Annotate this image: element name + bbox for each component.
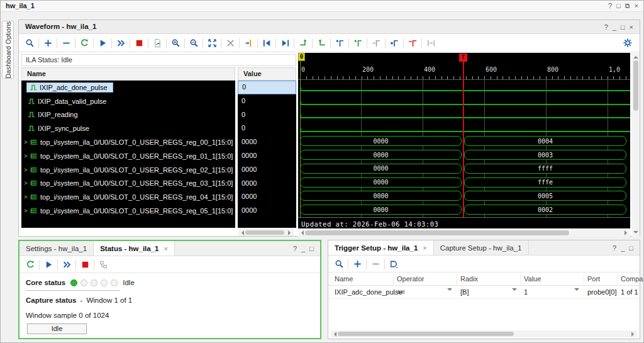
scrollbar-thumb[interactable] [633,60,638,111]
no-trigger-icon[interactable] [225,38,235,48]
name-column-header[interactable]: Name [21,67,235,81]
chevron-down-icon[interactable] [512,288,517,293]
scrollbar-thumb[interactable] [305,230,569,235]
gear-icon[interactable] [623,38,633,48]
return-cursor-icon[interactable] [298,38,308,48]
scroll-right-icon[interactable] [288,230,293,235]
help-icon[interactable]: ? [293,245,297,253]
remove-icon[interactable] [61,38,71,48]
maximize-icon[interactable]: □ [309,245,314,253]
trigger-condition-icon[interactable] [389,259,399,269]
stop-trigger-icon[interactable] [80,260,90,270]
signal-row[interactable]: >top_i/system_ila_0/U0/SLOT_0_USER_REGS_… [21,135,235,149]
run-trigger-icon[interactable] [43,260,53,270]
dot-edge-icon[interactable] [389,38,399,48]
dashboard-options-tab[interactable]: Dashboard Options [2,21,14,79]
signal-value[interactable]: 0000 [238,190,296,204]
expand-icon[interactable]: > [23,180,29,186]
scroll-right-icon[interactable] [625,230,630,235]
signal-value[interactable]: 0000 [238,149,296,163]
export-icon[interactable] [152,38,162,48]
restart-trigger-icon[interactable] [79,38,89,48]
expand-icon[interactable]: > [23,194,29,200]
next-transition-icon[interactable] [280,38,290,48]
value-select[interactable]: 1 [524,288,528,296]
run-trigger-icon[interactable] [97,38,108,48]
chevron-down-icon[interactable] [574,288,579,293]
signal-row[interactable]: >top_i/system_ila_0/U0/SLOT_0_USER_REGS_… [21,190,235,204]
tab-status-hw-ila-1[interactable]: Status - hw_ila_1× [94,241,175,256]
zoom-in-icon[interactable] [170,38,180,48]
window-titlebar[interactable]: hw_ila_1 ?□⧉× [1,1,643,12]
help-icon[interactable]: ? [604,23,608,31]
swap-markers-icon[interactable] [426,38,436,48]
add-icon[interactable] [352,259,362,269]
zoom-out-icon[interactable] [189,38,199,48]
remove-edge-red-icon[interactable] [408,38,418,48]
signal-value[interactable]: 0 [238,94,296,108]
signal-value[interactable]: 0 [238,108,296,122]
remove-gray-icon[interactable] [370,259,380,269]
scroll-up-icon[interactable] [633,53,638,59]
scroll-down-icon[interactable] [633,231,638,236]
marker-0-flag[interactable]: 0 [298,53,305,61]
expand-icon[interactable]: > [23,208,29,214]
signal-row[interactable]: IXIP_reading [21,108,235,122]
signal-row[interactable]: >top_i/system_ila_0/U0/SLOT_0_USER_REGS_… [21,204,235,218]
tree-horizontal-scrollbar[interactable] [238,229,294,236]
add-icon[interactable] [43,38,53,48]
search-icon[interactable] [25,38,35,48]
tab-trigger-setup-hw-ila-1[interactable]: Trigger Setup - hw_ila_1× [328,240,434,255]
operator-select[interactable]: == [397,288,405,296]
float-icon[interactable]: ⧉ [625,2,630,10]
waveform-horizontal-scrollbar[interactable] [298,229,630,237]
signal-value[interactable]: 0 [238,121,296,135]
expand-icon[interactable]: > [23,153,29,159]
add-edge-green-icon[interactable] [353,38,363,48]
signal-value[interactable]: 0000 [238,204,296,218]
idle-button[interactable]: Idle [27,323,87,334]
expand-icon[interactable]: > [23,167,29,173]
trigger-horizontal-scrollbar[interactable] [331,330,637,337]
help-icon[interactable]: ? [613,244,616,252]
trigger-flag[interactable]: T [459,53,467,62]
minimize-icon[interactable]: _ [621,244,625,252]
close-icon[interactable]: × [630,23,633,31]
run-continuous-icon[interactable] [116,38,126,48]
add-edge-blue-icon[interactable] [335,38,345,48]
prev-transition-icon[interactable] [262,38,272,48]
scroll-left-icon[interactable] [299,230,304,235]
maximize-icon[interactable]: □ [621,23,625,31]
column-header-radix[interactable]: Radix [460,275,478,283]
help-icon[interactable]: ? [608,2,612,10]
minimize-icon[interactable]: _ [613,23,616,31]
restart-trigger-icon[interactable] [25,260,35,270]
column-header-compa[interactable]: Compa [621,275,643,283]
signal-row[interactable]: IXIP_data_valid_pulse [21,94,235,108]
run-continuous-icon[interactable] [62,260,72,270]
scroll-right-icon[interactable] [631,332,636,337]
column-header-name[interactable]: Name [335,275,353,283]
minimize-icon[interactable]: _ [301,245,305,253]
layout-gray-icon[interactable] [98,260,108,270]
signal-value[interactable]: 0000 [238,163,296,177]
signal-value[interactable]: 0 [238,81,296,94]
column-header-operator[interactable]: Operator [397,275,424,283]
value-column-header[interactable]: Value [238,67,296,81]
search-icon[interactable] [334,259,344,269]
tab-close-icon[interactable]: × [423,244,426,252]
close-icon[interactable]: × [635,2,638,10]
signal-row[interactable]: IXIP_sync_pulse [21,121,235,135]
goto-edge-gray-icon[interactable] [371,38,381,48]
scrollbar-thumb[interactable] [338,332,514,336]
tab-settings-hw-ila-1[interactable]: Settings - hw_ila_1 [19,241,94,256]
signal-row[interactable]: >top_i/system_ila_0/U0/SLOT_0_USER_REGS_… [21,149,235,163]
column-header-value[interactable]: Value [524,275,541,283]
tab-close-icon[interactable]: × [164,245,167,252]
signal-value[interactable]: 0000 [238,135,296,149]
signal-row[interactable]: >top_i/system_ila_0/U0/SLOT_0_USER_REGS_… [21,163,235,177]
expand-icon[interactable]: > [23,139,29,145]
radix-select[interactable]: [B] [460,288,469,296]
add-marker-icon[interactable] [243,38,253,48]
stop-trigger-icon[interactable] [134,38,144,48]
